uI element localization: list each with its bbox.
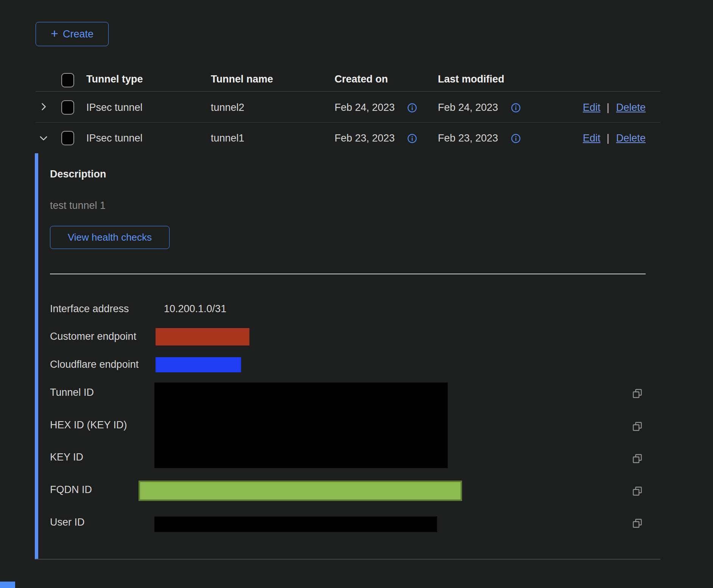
tunnel-name-cell: tunnel1 bbox=[211, 132, 244, 144]
table-bottom-divider bbox=[36, 559, 660, 560]
chevron-down-icon bbox=[38, 133, 49, 143]
copy-icon bbox=[632, 453, 643, 464]
info-icon[interactable] bbox=[511, 103, 521, 114]
created-on-cell: Feb 24, 2023 bbox=[335, 102, 395, 113]
expanded-row-indicator-bar bbox=[35, 153, 38, 559]
column-header-last-modified: Last modified bbox=[438, 73, 504, 85]
row-divider bbox=[36, 122, 660, 123]
action-separator: | bbox=[607, 102, 609, 113]
interface-address-value: 10.200.1.0/31 bbox=[164, 303, 226, 314]
fqdn-id-redacted-value bbox=[139, 481, 462, 501]
column-header-tunnel-type: Tunnel type bbox=[86, 73, 143, 85]
copy-icon bbox=[632, 421, 643, 432]
customer-endpoint-label: Customer endpoint bbox=[50, 331, 136, 342]
offscreen-blue-element bbox=[0, 582, 15, 588]
tunnel-id-label: Tunnel ID bbox=[50, 387, 94, 398]
row-checkbox[interactable] bbox=[61, 131, 74, 145]
interface-address-label: Interface address bbox=[50, 303, 129, 314]
description-text: test tunnel 1 bbox=[50, 200, 106, 211]
tunnel-name-cell: tunnel2 bbox=[211, 102, 244, 113]
user-id-label: User ID bbox=[50, 516, 85, 528]
edit-link[interactable]: Edit bbox=[583, 132, 601, 144]
last-modified-cell: Feb 23, 2023 bbox=[438, 132, 498, 144]
copy-icon bbox=[632, 388, 643, 399]
cloudflare-endpoint-label: Cloudflare endpoint bbox=[50, 359, 139, 370]
action-separator: | bbox=[607, 132, 609, 144]
copy-tunnel-id-button[interactable] bbox=[632, 388, 643, 401]
delete-link[interactable]: Delete bbox=[616, 102, 646, 113]
column-header-tunnel-name: Tunnel name bbox=[211, 73, 273, 85]
copy-key-id-button[interactable] bbox=[632, 453, 643, 466]
delete-link[interactable]: Delete bbox=[616, 132, 646, 144]
chevron-right-icon bbox=[38, 101, 49, 112]
plus-icon: + bbox=[51, 28, 58, 39]
copy-fqdn-id-button[interactable] bbox=[632, 485, 643, 498]
tunnel-type-cell: IPsec tunnel bbox=[86, 102, 143, 113]
edit-link[interactable]: Edit bbox=[583, 102, 601, 113]
info-icon[interactable] bbox=[407, 103, 417, 114]
key-id-label: KEY ID bbox=[50, 451, 83, 463]
column-header-created-on: Created on bbox=[335, 73, 388, 85]
ids-redacted-block bbox=[154, 383, 448, 468]
description-label: Description bbox=[50, 168, 106, 180]
hex-id-label: HEX ID (KEY ID) bbox=[50, 419, 127, 431]
customer-endpoint-redacted-value bbox=[156, 328, 249, 345]
section-divider bbox=[50, 274, 646, 274]
tunnel-type-cell: IPsec tunnel bbox=[86, 132, 143, 144]
info-icon[interactable] bbox=[407, 134, 417, 145]
select-all-checkbox[interactable] bbox=[61, 73, 74, 87]
fqdn-id-label: FQDN ID bbox=[50, 484, 92, 495]
last-modified-cell: Feb 24, 2023 bbox=[438, 102, 498, 113]
created-on-cell: Feb 23, 2023 bbox=[335, 132, 395, 144]
collapse-row-button[interactable] bbox=[38, 133, 49, 145]
ipsec-tunnels-page: + Create Tunnel type Tunnel name Created… bbox=[0, 0, 713, 588]
copy-icon bbox=[632, 518, 643, 529]
cloudflare-endpoint-redacted-value bbox=[156, 357, 241, 372]
expand-row-button[interactable] bbox=[38, 101, 49, 114]
copy-hex-id-button[interactable] bbox=[632, 421, 643, 434]
view-health-checks-label: View health checks bbox=[68, 232, 152, 243]
create-button[interactable]: + Create bbox=[36, 22, 109, 46]
view-health-checks-button[interactable]: View health checks bbox=[50, 226, 170, 249]
copy-icon bbox=[632, 485, 643, 497]
info-icon[interactable] bbox=[511, 134, 521, 145]
row-checkbox[interactable] bbox=[61, 100, 74, 115]
create-button-label: Create bbox=[63, 28, 93, 40]
header-divider bbox=[36, 91, 660, 92]
user-id-redacted-value bbox=[154, 516, 437, 532]
copy-user-id-button[interactable] bbox=[632, 518, 643, 530]
